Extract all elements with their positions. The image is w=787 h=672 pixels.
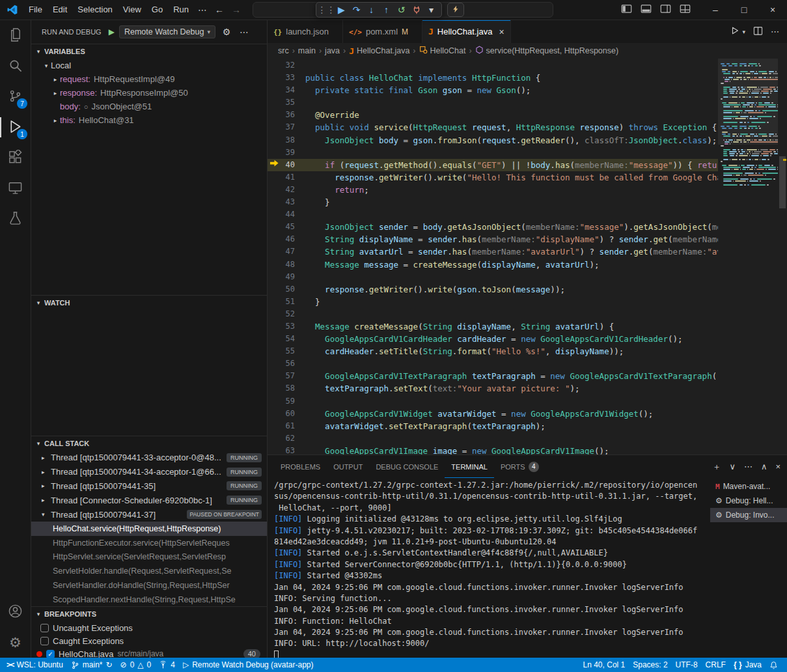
callstack-thread[interactable]: ▸Thread [qtp1500079441-33-acceptor-0@48.… [31,451,267,465]
menu-view[interactable]: View [118,3,146,17]
activity-accounts[interactable] [0,596,31,627]
code-line-41[interactable]: 41 response.getWriter().write("Hello! Th… [268,171,718,184]
menu-edit[interactable]: Edit [48,3,72,17]
panel-tab-output[interactable]: OUTPUT [327,455,369,478]
encoding-indicator[interactable]: UTF-8 [672,658,702,672]
activity-run-and-debug[interactable]: 1 [0,112,31,143]
variables-section-header[interactable]: ▾ VARIABLES [31,44,267,59]
debug-config-dropdown[interactable]: Remote Watch Debug ▾ [119,25,215,38]
breadcrumb-item[interactable]: java [325,46,340,55]
menu-overflow-icon[interactable]: ⋯ [194,5,211,15]
terminal-tab[interactable]: ⚙Debug: Hell... [710,494,787,508]
code-line-38[interactable]: 38 JsonObject body = gson.fromJson(reque… [268,134,718,147]
breadcrumb-item[interactable]: main [298,46,316,55]
run-dropdown-icon[interactable]: ▾ [742,29,745,35]
nav-back-icon[interactable]: ← [211,5,228,15]
variable-this[interactable]: ▸this:HelloChat@31 [31,113,267,127]
callstack-frame[interactable]: HttpServlet.service(ServletRequest,Servl… [31,550,267,565]
terminal-tab[interactable]: ⚙Debug: Invo... [710,508,787,522]
code-line-52[interactable]: 52 [268,308,718,320]
code-line-32[interactable]: 32 [268,59,718,72]
debug-dropdown-button[interactable]: ▾ [424,3,439,16]
continue-button[interactable]: ▶ [334,3,349,16]
split-editor-icon[interactable] [753,26,763,38]
editor-scrollbar[interactable] [778,59,787,455]
variable-request[interactable]: ▸request:HttpRequestImpl@49 [31,72,267,86]
menu-go[interactable]: Go [146,3,168,17]
step-into-button[interactable]: ↓ [364,3,379,16]
callstack-frame[interactable]: ServletHolder.handle(Request,ServletRequ… [31,564,267,578]
debug-session-indicator[interactable]: ▷ Remote Watch Debug (avatar-app) [179,658,318,672]
code-line-57[interactable]: 57 GoogleAppsCardV1TextParagraph textPar… [268,370,718,382]
code-line-56[interactable]: 56 [268,357,718,370]
callstack-thread[interactable]: ▸Thread [qtp1500079441-35]RUNNING [31,479,267,494]
new-terminal-icon[interactable]: ＋ [712,461,721,473]
panel-more-icon[interactable]: ⋯ [744,462,752,471]
panel-tab-debug-console[interactable]: DEBUG CONSOLE [369,455,445,478]
editor-more-icon[interactable]: ⋯ [771,27,779,36]
breakpoint-item[interactable]: Uncaught Exceptions [31,621,267,634]
code-line-62[interactable]: 62 [268,432,718,445]
code-line-54[interactable]: 54 GoogleAppsCardV1CardHeader cardHeader… [268,333,718,345]
callstack-frame[interactable]: ServletHandler.doHandle(String,Request,H… [31,578,267,593]
code-line-34[interactable]: 34 private static final Gson gson = new … [268,84,718,96]
callstack-frame[interactable]: ScopedHandler.nextHandle(String,Request,… [31,593,267,606]
menu-run[interactable]: Run [168,3,194,17]
callstack-frame[interactable]: HelloChat.service(HttpRequest,HttpRespon… [31,522,267,536]
terminal-output[interactable]: /grpc/grpc-context/1.27.2/grpc-context-1… [268,478,710,658]
activity-explorer[interactable] [0,20,31,51]
breadcrumb-item[interactable]: src [278,46,289,55]
code-line-50[interactable]: 50 response.getWriter().write(gson.toJso… [268,283,718,296]
code-line-63[interactable]: 63 GoogleAppsCardV1Image image = new Goo… [268,445,718,455]
terminal-dropdown-icon[interactable]: ∨ [729,462,736,471]
eol-indicator[interactable]: CRLF [702,658,730,672]
breakpoints-section-header[interactable]: ▾ BREAKPOINTS [31,607,267,621]
code-line-46[interactable]: 46 String displayName = sender.has(membe… [268,233,718,245]
menu-selection[interactable]: Selection [72,3,117,17]
code-line-48[interactable]: 48 Message message = createMessage(displ… [268,259,718,271]
variable-body[interactable]: body:○JsonObject@51 [31,100,267,113]
variable-response[interactable]: ▸response:HttpResponseImpl@50 [31,86,267,100]
tab-launch.json[interactable]: {}launch.json [268,20,343,43]
toggle-panel-icon[interactable] [641,3,652,16]
code-line-39[interactable]: 39 [268,147,718,159]
callstack-section-header[interactable]: ▾ CALL STACK [31,436,267,451]
lightning-button[interactable] [447,3,464,17]
toggle-sidebar-icon[interactable] [621,3,632,16]
breakpoint-checkbox[interactable] [40,624,49,632]
minimap[interactable] [718,59,778,455]
cursor-position[interactable]: Ln 40, Col 1 [579,658,629,672]
activity-extensions[interactable] [0,143,31,173]
nav-forward-icon[interactable]: → [228,5,245,15]
activity-settings[interactable]: ⚙ [0,627,31,658]
code-line-60[interactable]: 60 GoogleAppsCardV1Widget avatarWidget =… [268,408,718,420]
code-line-51[interactable]: 51 } [268,296,718,308]
remote-indicator[interactable]: >< WSL: Ubuntu [0,658,67,672]
breakpoint-checkbox[interactable] [40,637,49,645]
tab-HelloChat.java[interactable]: JHelloChat.java× [422,20,511,43]
breadcrumb-item[interactable]: service(HttpRequest, HttpResponse) [475,46,619,56]
callstack-thread[interactable]: ▸Thread [qtp1500079441-34-acceptor-1@66.… [31,465,267,479]
breadcrumb-item[interactable]: HelloChat [419,46,466,56]
notifications-bell[interactable] [766,658,782,672]
close-window-button[interactable]: × [758,0,787,20]
command-center[interactable]: ⋮⋮▶↷↓↑↺▾ [253,2,553,18]
disconnect-button[interactable] [409,3,424,16]
maximize-button[interactable]: □ [730,0,758,20]
panel-tab-ports[interactable]: PORTS4 [494,455,545,478]
callstack-thread[interactable]: ▾Thread [qtp1500079441-37]PAUSED ON BREA… [31,507,267,522]
code-lines[interactable]: 3233public class HelloChat implements Ht… [268,59,718,455]
lazy-eval-icon[interactable]: ○ [84,103,89,111]
sidebar-more-icon[interactable]: ⋯ [238,27,251,37]
code-line-42[interactable]: 42 return; [268,184,718,196]
code-line-45[interactable]: 45 JsonObject sender = body.getAsJsonObj… [268,221,718,233]
code-line-58[interactable]: 58 textParagraph.setText(text:"Your avat… [268,382,718,395]
code-line-36[interactable]: 36 @Override [268,109,718,121]
language-mode[interactable]: { } Java [730,658,766,672]
customize-layout-icon[interactable] [680,3,691,16]
minimize-button[interactable]: – [701,0,730,20]
branch-indicator[interactable]: main* ↻ [67,658,117,672]
step-over-button[interactable]: ↷ [349,3,364,16]
code-line-61[interactable]: 61 avatarWidget.setTextParagraph(textPar… [268,420,718,432]
activity-search[interactable] [0,51,31,81]
